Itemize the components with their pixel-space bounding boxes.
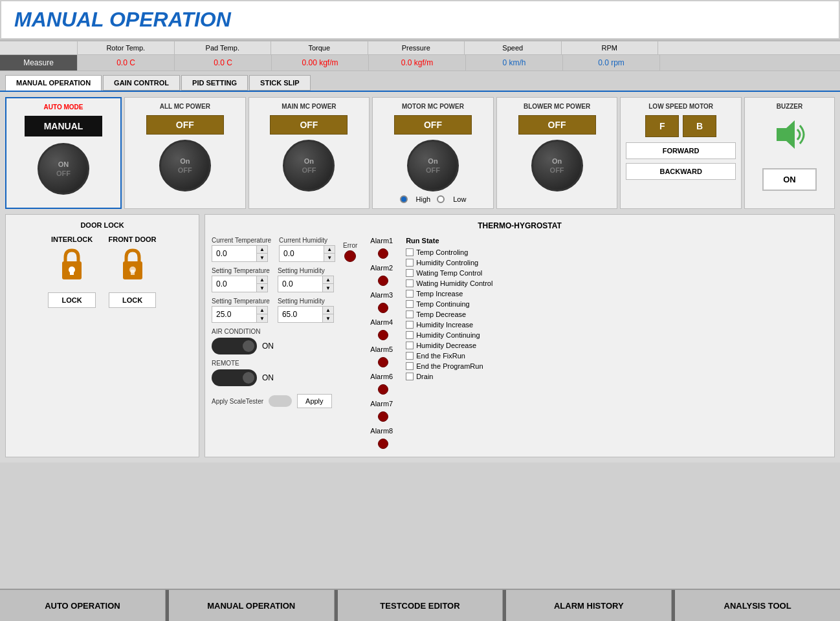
- setting-temp2-label: Setting Temperature: [212, 298, 270, 305]
- setting-temp1-label: Setting Temperature: [212, 267, 270, 274]
- setting-humidity1-input[interactable]: [278, 276, 323, 292]
- run-state-item-9: Humidity Decrease: [406, 342, 492, 349]
- col-rotor-temp: Rotor Temp.: [78, 41, 175, 54]
- run-state-title: Run State: [406, 237, 492, 245]
- col-extra2: [749, 41, 841, 54]
- main-mc-off-label2: OFF: [302, 166, 316, 174]
- low-radio[interactable]: [437, 195, 445, 203]
- apply-scale-toggle[interactable]: [269, 395, 292, 407]
- run-state-item-8: Humidity Continuing: [406, 331, 492, 339]
- current-temp-input[interactable]: [212, 245, 257, 262]
- run-state-label-8: Humidity Continuing: [416, 331, 480, 339]
- buzzer-on-button[interactable]: ON: [762, 168, 817, 191]
- svg-marker-0: [777, 120, 795, 149]
- val-extra2: [750, 55, 840, 71]
- setting-humidity2-label: Setting Humidity: [278, 298, 334, 305]
- speaker-icon: [770, 115, 809, 162]
- nav-auto-operation[interactable]: AUTO OPERATION: [0, 590, 166, 621]
- all-mc-off-button[interactable]: OFF: [146, 115, 224, 135]
- nav-analysis-tool[interactable]: ANALYSIS TOOL: [675, 590, 840, 621]
- setting-temp2-down[interactable]: ▼: [257, 314, 267, 322]
- setting-temp1-down[interactable]: ▼: [257, 284, 267, 292]
- blower-mc-title: BLOWER MC POWER: [524, 103, 590, 110]
- val-torque: 0.00 kgf/m: [272, 55, 369, 71]
- alarm1-led-container: [378, 248, 393, 259]
- current-humidity-input[interactable]: [279, 245, 324, 262]
- blower-mc-off-label2: OFF: [550, 166, 564, 174]
- checkbox-6[interactable]: [406, 310, 414, 318]
- interlock-label: INTERLOCK: [51, 235, 93, 243]
- interlock-item: INTERLOCK LOCK: [48, 235, 95, 308]
- air-on-label: ON: [262, 342, 274, 351]
- blower-mc-on-label: On: [552, 157, 562, 165]
- checkbox-5[interactable]: [406, 300, 414, 308]
- remote-label: REMOTE: [212, 360, 357, 367]
- setting-humidity2-input[interactable]: [278, 306, 323, 323]
- setting-humidity2-up[interactable]: ▲: [323, 307, 333, 314]
- all-mc-knob[interactable]: On OFF: [159, 140, 211, 191]
- checkbox-12[interactable]: [406, 373, 414, 380]
- measure-header-blank: [0, 41, 78, 54]
- apply-button[interactable]: Apply: [297, 394, 332, 408]
- setting-humidity2-down[interactable]: ▼: [323, 314, 333, 322]
- checkbox-1[interactable]: [406, 259, 414, 267]
- run-state-item-11: End the ProgramRun: [406, 362, 492, 370]
- run-state-item-2: Wating Temp Control: [406, 269, 492, 277]
- air-condition-toggle[interactable]: [212, 338, 257, 354]
- setting-humidity1-down[interactable]: ▼: [323, 284, 333, 292]
- motor-mc-knob[interactable]: On OFF: [407, 140, 459, 191]
- tab-manual-operation[interactable]: MANUAL OPERATION: [5, 75, 102, 91]
- front-door-lock-button[interactable]: LOCK: [109, 292, 156, 308]
- val-speed: 0 km/h: [466, 55, 563, 71]
- motor-mc-off-button[interactable]: OFF: [394, 115, 472, 135]
- checkbox-11[interactable]: [406, 362, 414, 370]
- checkbox-8[interactable]: [406, 331, 414, 339]
- tab-pid-setting[interactable]: PID SETTING: [181, 75, 248, 91]
- interlock-lock-button[interactable]: LOCK: [48, 292, 95, 308]
- checkbox-10[interactable]: [406, 352, 414, 360]
- setting-temp1-up[interactable]: ▲: [257, 276, 267, 284]
- blower-mc-off-button[interactable]: OFF: [518, 115, 596, 135]
- alarm1-item: Alarm1: [370, 237, 393, 245]
- high-radio[interactable]: [400, 195, 408, 203]
- front-door-icon: [116, 247, 149, 289]
- nav-testcode-editor[interactable]: TESTCODE EDITOR: [338, 590, 503, 621]
- blower-mc-knob[interactable]: On OFF: [531, 140, 583, 191]
- forward-button[interactable]: FORWARD: [626, 142, 736, 159]
- front-door-label: FRONT DOOR: [109, 235, 157, 243]
- run-state-label-9: Humidity Decrease: [416, 342, 476, 349]
- checkbox-9[interactable]: [406, 342, 414, 349]
- checkbox-4[interactable]: [406, 290, 414, 298]
- manual-button[interactable]: MANUAL: [25, 116, 102, 136]
- current-temp-up[interactable]: ▲: [257, 246, 267, 254]
- setting-temp2-input[interactable]: [212, 306, 257, 323]
- run-state-label-5: Temp Continuing: [416, 300, 470, 308]
- checkbox-7[interactable]: [406, 321, 414, 329]
- backward-button[interactable]: BACKWARD: [626, 163, 736, 180]
- current-humidity-down[interactable]: ▼: [324, 254, 335, 261]
- checkbox-2[interactable]: [406, 269, 414, 277]
- door-lock-title: DOOR LOCK: [12, 221, 192, 229]
- val-rotor-temp: 0.0 C: [78, 55, 175, 71]
- checkbox-3[interactable]: [406, 279, 414, 287]
- nav-manual-operation[interactable]: MANUAL OPERATION: [169, 590, 335, 621]
- b-button[interactable]: B: [683, 115, 716, 137]
- setting-temp1-input[interactable]: [212, 276, 257, 292]
- tab-gain-control[interactable]: GAIN CONTROL: [103, 75, 180, 91]
- current-humidity-up[interactable]: ▲: [324, 246, 335, 254]
- auto-mode-knob[interactable]: ON OFF: [38, 143, 89, 195]
- apply-scale-label: Apply ScaleTester: [212, 398, 263, 405]
- setting-humidity1-up[interactable]: ▲: [323, 276, 333, 284]
- run-state-item-0: Temp Controling: [406, 248, 492, 256]
- tab-stick-slip[interactable]: STICK SLIP: [249, 75, 311, 91]
- main-mc-knob[interactable]: On OFF: [283, 140, 335, 191]
- remote-toggle[interactable]: [212, 369, 257, 386]
- alarm4-label: Alarm4: [370, 318, 393, 326]
- main-mc-off-button[interactable]: OFF: [270, 115, 348, 135]
- nav-alarm-history[interactable]: ALARM HISTORY: [506, 590, 672, 621]
- setting-temp2-up[interactable]: ▲: [257, 307, 267, 314]
- f-button[interactable]: F: [645, 115, 679, 137]
- checkbox-0[interactable]: [406, 248, 414, 256]
- current-temp-down[interactable]: ▼: [257, 254, 267, 261]
- run-state-label-4: Temp Increase: [416, 290, 463, 298]
